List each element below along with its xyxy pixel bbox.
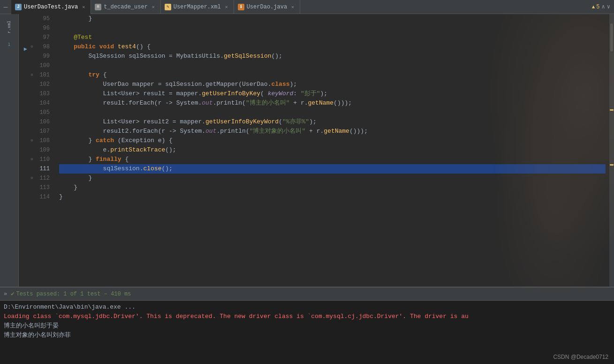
sidebar-item-1: l — [8, 43, 10, 47]
code-line-108: } catch (Exception e) { — [59, 136, 606, 145]
test-status: ✔ Tests passed: 1 of 1 test – 410 ms — [11, 290, 131, 297]
line-num-103: 103 — [23, 89, 52, 99]
scrollbar-thumb[interactable] — [610, 23, 613, 52]
tab-close-t-decade-user[interactable]: ✕ — [150, 4, 157, 10]
line-num-106: 106 — [23, 117, 52, 127]
code-line-97: @Test — [59, 33, 606, 42]
line-num-110: ⊖ 110 — [23, 155, 52, 164]
tab-close-usermapper[interactable]: ✕ — [223, 4, 230, 10]
editor-area[interactable]: 95 96 97 ▶ ⊖ 98 99 100 — [19, 14, 614, 287]
watermark: CSDN @Decade0712 — [553, 354, 608, 360]
code-line-111: sqlSession.close(); — [59, 164, 606, 174]
console-line-path: D:\Environment\Java\bin\java.exe ... — [4, 303, 610, 312]
tab-userdao[interactable]: ℹ UserDao.java ✕ — [234, 0, 300, 14]
tab-icon-t-decade-user: ≡ — [95, 4, 101, 10]
console-line-error: Loading class `com.mysql.jdbc.Driver'. T… — [4, 312, 610, 321]
code-line-98: public void test4() { — [59, 42, 606, 52]
tab-label-userdao: UserDao.java — [247, 4, 287, 10]
line-num-104: 104 — [23, 99, 52, 108]
warning-triangle-icon: ▲ — [592, 4, 595, 10]
line-num-113: 113 — [23, 183, 52, 192]
test-status-label: Tests passed: 1 of 1 test – 410 ms — [16, 291, 131, 297]
bottom-panel: » ✔ Tests passed: 1 of 1 test – 410 ms D… — [0, 287, 614, 364]
tab-bar: — J UserDaoTest.java ✕ ≡ t_decade_user ✕… — [0, 0, 614, 14]
line-num-108: ⊖ 108 — [23, 136, 52, 145]
code-line-100 — [59, 61, 606, 70]
line-num-111: 111 — [23, 164, 52, 174]
code-line-104: result.forEach(r -> System.out.println("… — [59, 99, 606, 108]
tab-label-t-decade-user: t_decade_user — [104, 4, 148, 10]
tab-bar-left: — J UserDaoTest.java ✕ ≡ t_decade_user ✕… — [0, 0, 300, 14]
code-line-99: SqlSession sqlSession = MybatisUtils.get… — [59, 52, 606, 61]
code-line-107: result2.forEach(r -> System.out.println(… — [59, 127, 606, 136]
code-line-109: e.printStackTrace(); — [59, 145, 606, 155]
line-num-97: 97 — [23, 33, 52, 42]
line-num-107: 107 — [23, 127, 52, 136]
editor-scrollbar[interactable] — [609, 14, 614, 287]
main-layout: r.xml l 95 96 97 ▶ ⊖ 98 — [0, 14, 614, 287]
tab-label-usermapper: UserMapper.xml — [174, 4, 221, 10]
project-gutter: r.xml l — [0, 14, 19, 287]
bookmark-icon-98: ▶ — [23, 45, 27, 49]
tab-icon-usermapper: ✎ — [165, 4, 171, 10]
code-line-101: try { — [59, 70, 606, 80]
line-num-105: 105 — [23, 108, 52, 117]
fold-icon-110[interactable]: ⊖ — [29, 157, 35, 162]
code-line-102: UserDao mapper = sqlSession.getMapper(Us… — [59, 80, 606, 89]
expand-down-icon[interactable]: ∨ — [607, 3, 610, 10]
fold-icon-101[interactable]: ⊖ — [29, 72, 35, 78]
code-line-106: List<User> result2 = mapper.getUserInfoB… — [59, 117, 606, 127]
fold-icon-108[interactable]: ⊖ — [29, 138, 35, 144]
code-line-95: } — [59, 14, 606, 23]
line-num-99: 99 — [23, 52, 52, 61]
line-numbers: 95 96 97 ▶ ⊖ 98 99 100 — [19, 14, 55, 287]
tab-right-controls: ▲ 5 ∧ ∨ — [592, 3, 614, 10]
code-line-105 — [59, 108, 606, 117]
expand-up-icon[interactable]: ∧ — [602, 3, 605, 10]
line-num-95: 95 — [23, 14, 52, 23]
fold-icon-98[interactable]: ⊖ — [29, 44, 35, 50]
code-line-112: } — [59, 174, 606, 183]
collapse-button[interactable]: — — [0, 0, 11, 14]
code-container: 95 96 97 ▶ ⊖ 98 99 100 — [19, 14, 614, 287]
line-num-96: 96 — [23, 23, 52, 33]
warning-marker-2 — [610, 164, 614, 166]
bottom-arrows[interactable]: » — [4, 291, 7, 297]
bottom-content: D:\Environment\Java\bin\java.exe ... Loa… — [0, 301, 614, 364]
line-num-98: ▶ ⊖ 98 — [23, 42, 52, 52]
warning-count: 5 — [596, 4, 599, 10]
tab-usermapper[interactable]: ✎ UserMapper.xml ✕ — [161, 0, 234, 14]
tab-close-userdao[interactable]: ✕ — [289, 4, 296, 10]
code-line-103: List<User> result = mapper.getUserInfoBy… — [59, 89, 606, 99]
tab-label-userdaotest: UserDaoTest.java — [24, 4, 78, 10]
fold-icon-112[interactable]: ⊖ — [29, 175, 35, 181]
line-num-112: ⊖ 112 — [23, 174, 52, 183]
check-icon: ✔ — [11, 290, 14, 297]
code-line-96 — [59, 23, 606, 33]
tab-close-userdaotest[interactable]: ✕ — [80, 4, 87, 10]
line-num-114: 114 — [23, 192, 52, 202]
warning-badge[interactable]: ▲ 5 — [592, 4, 600, 10]
code-line-114: } — [59, 192, 606, 202]
tab-userdaotest[interactable]: J UserDaoTest.java ✕ — [11, 0, 91, 14]
code-line-110: } finally { — [59, 155, 606, 164]
console-line-output-2: 博主对象的小名叫刘亦菲 — [4, 331, 610, 340]
tab-icon-userdao: ℹ — [238, 4, 244, 10]
tab-icon-userdaotest: J — [15, 4, 22, 10]
line-num-109: 109 — [23, 145, 52, 155]
code-line-113: } — [59, 183, 606, 192]
line-num-100: 100 — [23, 61, 52, 70]
console-line-output-1: 博主的小名叫彭于晏 — [4, 321, 610, 331]
line-num-101: ⊖ 101 — [23, 70, 52, 80]
bottom-toolbar: » ✔ Tests passed: 1 of 1 test – 410 ms — [0, 288, 614, 301]
tab-t-decade-user[interactable]: ≡ t_decade_user ✕ — [91, 0, 161, 14]
line-num-102: 102 — [23, 80, 52, 89]
code-lines[interactable]: } @Test public void test4() { SqlSession… — [55, 14, 609, 287]
warning-marker — [610, 109, 614, 111]
project-label: r.xml — [7, 21, 12, 33]
